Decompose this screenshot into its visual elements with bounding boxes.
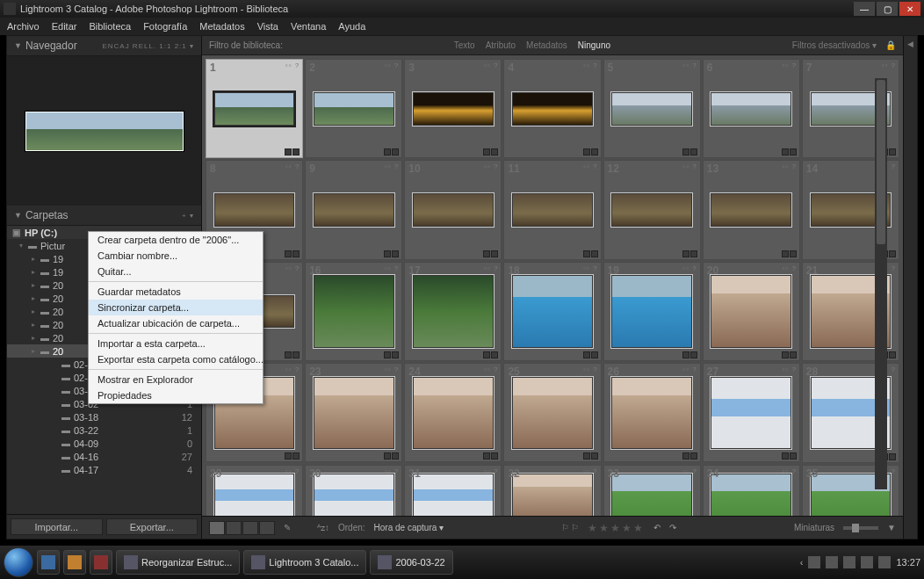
menu-vista[interactable]: Vista <box>257 21 278 32</box>
toolbar-menu-icon[interactable]: ▼ <box>887 523 896 532</box>
folder-row[interactable]: ▬03-221 <box>7 423 201 437</box>
thumbnail-cell[interactable]: 29▫▫ ? <box>206 465 303 517</box>
navigator-preview[interactable] <box>7 56 201 206</box>
tray-icon[interactable] <box>843 556 855 568</box>
export-button[interactable]: Exportar... <box>106 518 199 535</box>
thumbnail-cell[interactable]: 25▫▫ ? <box>503 363 601 462</box>
thumbnail-cell[interactable]: 5▫▫ ? <box>603 59 701 158</box>
thumbnail-cell[interactable]: 12▫▫ ? <box>603 160 701 259</box>
menu-ayuda[interactable]: Ayuda <box>338 21 365 32</box>
menu-item[interactable]: Actualizar ubicación de carpeta... <box>89 315 263 331</box>
menu-fotografía[interactable]: Fotografía <box>143 21 187 32</box>
thumbnail-grid[interactable]: 1▫▫ ?2▫▫ ?3▫▫ ?4▫▫ ?5▫▫ ?6▫▫ ?7▫▫ ?8▫▫ ?… <box>202 55 903 516</box>
thumbnail-cell[interactable]: 16▫▫ ? <box>305 262 402 361</box>
taskbar-item[interactable]: 2006-03-22 <box>370 550 452 575</box>
menu-item[interactable]: Importar a esta carpeta... <box>89 336 263 351</box>
filter-preset[interactable]: Filtros desactivados ▾ <box>792 40 877 50</box>
taskbar-item[interactable]: Reorganizar Estruc... <box>116 550 240 575</box>
grid-view-button[interactable] <box>209 521 225 535</box>
tray-icon[interactable] <box>808 556 820 568</box>
menu-item[interactable]: Cambiar nombre... <box>89 248 263 264</box>
menu-ventana[interactable]: Ventana <box>291 21 326 32</box>
window-close-button[interactable]: ✕ <box>899 2 920 16</box>
navigator-options[interactable]: ENCAJ RELL. 1:1 2:1 ▾ <box>102 42 194 50</box>
thumbnail-cell[interactable]: 30▫▫ ? <box>305 465 402 517</box>
tray-icon[interactable] <box>861 556 873 568</box>
start-button[interactable] <box>4 547 33 577</box>
thumbnail-cell[interactable]: 18▫▫ ? <box>503 262 601 361</box>
rotate-right-button[interactable]: ↷ <box>669 523 676 532</box>
menu-biblioteca[interactable]: Biblioteca <box>89 21 131 32</box>
menu-item[interactable]: Propiedades <box>89 387 263 403</box>
flag-buttons[interactable]: ⚐ ⚐ <box>561 523 580 532</box>
thumbnail-cell[interactable]: 31▫▫ ? <box>404 465 502 517</box>
menu-item[interactable]: Exportar esta carpeta como catálogo... <box>89 351 263 367</box>
folder-row[interactable]: ▬04-174 <box>7 463 201 476</box>
menu-archivo[interactable]: Archivo <box>7 21 40 32</box>
tray-icon[interactable] <box>826 556 838 568</box>
cell-badges: ▫▫ ? <box>783 365 797 373</box>
quicklaunch[interactable] <box>37 550 60 575</box>
thumbnail-cell[interactable]: 9▫▫ ? <box>305 160 402 259</box>
navigator-header[interactable]: ▼ Navegador ENCAJ RELL. 1:1 2:1 ▾ <box>7 36 201 56</box>
quicklaunch[interactable] <box>90 550 112 575</box>
thumbnail-cell[interactable]: 24▫▫ ? <box>404 363 502 462</box>
rating-stars[interactable]: ★★★★★ <box>588 522 645 534</box>
loupe-view-button[interactable] <box>226 521 242 535</box>
thumbnail-cell[interactable]: 20▫▫ ? <box>703 262 800 361</box>
tray-icon[interactable] <box>878 556 891 568</box>
thumbnail-cell[interactable]: 17▫▫ ? <box>404 262 502 361</box>
thumbnail-cell[interactable]: 4▫▫ ? <box>503 59 601 158</box>
import-button[interactable]: Importar... <box>11 518 103 535</box>
system-tray[interactable]: ‹ 13:27 <box>800 556 920 568</box>
menu-item[interactable]: Crear carpeta dentro de "2006"... <box>89 232 263 248</box>
thumbnail-cell[interactable]: 23▫▫ ? <box>305 363 402 462</box>
thumbnail-cell[interactable]: 10▫▫ ? <box>404 160 502 259</box>
window-minimize-button[interactable]: — <box>854 2 875 16</box>
survey-view-button[interactable] <box>259 521 275 535</box>
thumbnail-cell[interactable]: 3▫▫ ? <box>404 59 502 158</box>
thumbnail-cell[interactable]: 13▫▫ ? <box>703 160 800 259</box>
grid-scrollbar[interactable] <box>875 78 887 489</box>
menu-metadatos[interactable]: Metadatos <box>199 21 244 32</box>
folder-row[interactable]: ▬03-1812 <box>7 410 201 423</box>
cell-badges: ▫▫ ? <box>385 365 399 373</box>
thumbnail-image <box>512 474 593 516</box>
filter-texto[interactable]: Texto <box>454 40 475 50</box>
folder-row[interactable]: ▬04-090 <box>7 437 201 450</box>
tray-expand-icon[interactable]: ‹ <box>800 557 804 568</box>
thumbnail-cell[interactable]: 6▫▫ ? <box>703 59 800 158</box>
menu-item[interactable]: Guardar metadatos <box>89 284 263 300</box>
filter-atributo[interactable]: Atributo <box>486 40 516 50</box>
menu-item[interactable]: Mostrar en Explorador <box>89 372 263 387</box>
thumbnail-cell[interactable]: 1▫▫ ? <box>206 59 303 158</box>
plus-icon[interactable]: + ▾ <box>182 212 194 220</box>
menu-item[interactable]: Sincronizar carpeta... <box>89 300 263 315</box>
thumbnail-cell[interactable]: 34▫▫ ? <box>703 465 800 517</box>
filter-metadatos[interactable]: Metadatos <box>526 40 567 50</box>
sort-value[interactable]: Hora de captura ▾ <box>374 523 444 532</box>
thumbnail-cell[interactable]: 26▫▫ ? <box>603 363 701 462</box>
thumbnail-cell[interactable]: 19▫▫ ? <box>603 262 701 361</box>
folder-row[interactable]: ▬04-1627 <box>7 450 201 463</box>
thumbnail-slider[interactable] <box>843 526 878 530</box>
main-area: Filtro de biblioteca: TextoAtributoMetad… <box>202 36 903 539</box>
painter-icon[interactable]: ✎ <box>284 523 291 532</box>
thumbnail-cell[interactable]: 33▫▫ ? <box>603 465 701 517</box>
clock[interactable]: 13:27 <box>896 557 920 568</box>
rotate-left-button[interactable]: ↶ <box>653 523 661 532</box>
window-maximize-button[interactable]: ▢ <box>877 2 898 16</box>
menu-item[interactable]: Quitar... <box>89 264 263 279</box>
thumbnail-cell[interactable]: 2▫▫ ? <box>305 59 402 158</box>
compare-view-button[interactable] <box>242 521 258 535</box>
thumbnail-cell[interactable]: 11▫▫ ? <box>503 160 601 259</box>
filter-ninguno[interactable]: Ninguno <box>578 40 610 50</box>
lock-icon[interactable]: 🔒 <box>885 40 896 50</box>
folders-header[interactable]: ▼ Carpetas + ▾ <box>7 206 201 226</box>
right-panel-collapsed[interactable]: ◀ <box>903 36 917 539</box>
thumbnail-cell[interactable]: 27▫▫ ? <box>703 363 800 462</box>
menu-editar[interactable]: Editar <box>52 21 77 32</box>
thumbnail-cell[interactable]: 32▫▫ ? <box>503 465 601 517</box>
quicklaunch[interactable] <box>63 550 86 575</box>
taskbar-item[interactable]: Lightroom 3 Catalo... <box>243 550 366 575</box>
